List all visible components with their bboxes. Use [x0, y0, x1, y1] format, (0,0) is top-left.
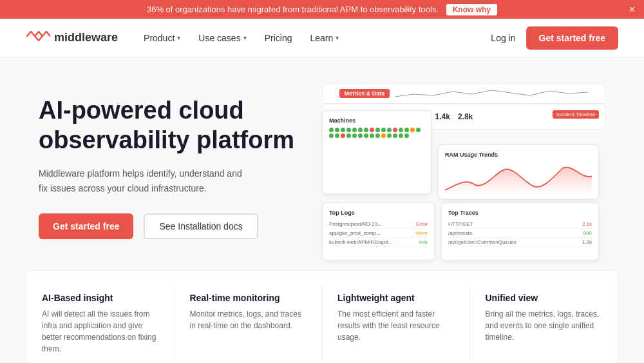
banner-close-button[interactable]: ×	[629, 4, 635, 15]
machine-dot	[346, 128, 351, 132]
features-section: AI-Based insight AI will detect all the …	[26, 270, 618, 363]
machine-dot	[387, 133, 392, 138]
hero-title: AI-powered cloud observability platform	[39, 96, 309, 155]
machine-dot	[358, 128, 363, 132]
stat-v4: 1.4k	[435, 112, 450, 121]
ram-usage-card: RAM Usage Trends	[438, 144, 599, 199]
stat-v5: 2.8k	[458, 112, 473, 121]
trace-row: /api/create980	[448, 229, 592, 238]
machine-dot	[352, 128, 357, 132]
machine-dot	[375, 128, 380, 132]
machine-dot	[381, 133, 386, 138]
machine-dot	[404, 133, 409, 138]
feature-ai-insight: AI-Based insight AI will detect all the …	[26, 286, 175, 361]
trace-row: /api/getUser/CommonQueues1.3k	[448, 238, 592, 247]
hero-description: Middleware platform helps identify, unde…	[39, 166, 245, 195]
nav-use-cases[interactable]: Use cases ▾	[198, 33, 246, 43]
machine-dot	[393, 133, 397, 138]
announcement-banner: 36% of organizations have migrated from …	[0, 0, 644, 19]
feature-title: Real-time monitoring	[190, 293, 307, 303]
login-link[interactable]: Log in	[491, 33, 515, 43]
machine-dot	[352, 133, 357, 138]
banner-cta[interactable]: Know why	[446, 4, 497, 15]
feature-unified: Unified view Bring all the metrics, logs…	[470, 286, 618, 361]
feature-title: AI-Based insight	[42, 293, 158, 303]
feature-description: AI will detect all the issues from infra…	[42, 308, 158, 355]
logo-text: middleware	[54, 31, 118, 44]
nav-cta-button[interactable]: Get started free	[526, 26, 618, 50]
hero-cta-primary[interactable]: Get started free	[39, 213, 133, 239]
feature-realtime: Real-time monitoring Monitor metrics, lo…	[175, 286, 323, 361]
metrics-bar: Metrics & Data	[322, 83, 605, 104]
machine-dot	[404, 128, 409, 132]
dashboard-preview: Metrics & Data Incident Timeline 2x 9.2k…	[322, 83, 605, 251]
machine-dot	[329, 133, 334, 138]
machine-dot	[358, 133, 363, 138]
machine-dot	[329, 128, 334, 132]
machine-dot	[381, 128, 386, 132]
chevron-down-icon: ▾	[336, 34, 339, 41]
machine-dot	[399, 133, 403, 138]
logs-card: Top Logs Postgres/prod/RD-23...Error app…	[322, 202, 435, 260]
feature-description: The most efficient and faster results wi…	[337, 308, 454, 343]
feature-title: Lightweight agent	[337, 293, 454, 303]
machine-dot	[364, 128, 368, 132]
banner-text: 36% of organizations have migrated from …	[147, 5, 439, 14]
ram-sparkline	[445, 162, 592, 194]
machine-dot	[341, 133, 345, 138]
feature-description: Bring all the metrics, logs, traces, and…	[486, 308, 603, 343]
traces-card: Top Traces HTTP.GET2.1k /api/create980 /…	[441, 202, 599, 260]
machines-title: Machines	[329, 117, 424, 124]
log-row: app/gke_prod_comp...Warn	[329, 229, 428, 238]
hero-content: AI-powered cloud observability platform …	[39, 83, 309, 239]
machine-dot	[335, 133, 339, 138]
logo[interactable]: middleware	[26, 29, 118, 47]
feature-description: Monitor metrics, logs, and traces in rea…	[190, 308, 307, 331]
feature-lightweight: Lightweight agent The most efficient and…	[322, 286, 470, 361]
hero-section: AI-powered cloud observability platform …	[0, 57, 644, 264]
machine-dot	[416, 128, 421, 132]
nav-links: Product ▾ Use cases ▾ Pricing Learn ▾	[144, 33, 491, 43]
main-nav: middleware Product ▾ Use cases ▾ Pricing…	[0, 19, 644, 57]
machine-dot	[399, 128, 403, 132]
incident-badge: Incident Timeline	[553, 110, 599, 119]
machine-dot	[364, 133, 368, 138]
log-row: Postgres/prod/RD-23...Error	[329, 220, 428, 229]
machine-dot	[375, 133, 380, 138]
chevron-down-icon: ▾	[177, 34, 180, 41]
machine-dot	[410, 128, 415, 132]
nav-product[interactable]: Product ▾	[144, 33, 180, 43]
logs-title: Top Logs	[329, 210, 428, 216]
logo-icon	[26, 29, 50, 47]
machines-card: Machines	[322, 110, 431, 194]
machine-dots	[329, 128, 424, 138]
machine-dot	[346, 133, 351, 138]
feature-title: Unified view	[486, 293, 603, 303]
machine-dot	[341, 128, 345, 132]
nav-pricing[interactable]: Pricing	[265, 33, 292, 43]
log-row: kubectl-web/APM/RD/apd...Info	[329, 238, 428, 247]
machine-dot	[370, 128, 374, 132]
machine-dot	[387, 128, 392, 132]
machine-dot	[335, 128, 339, 132]
machine-dot	[393, 128, 397, 132]
hero-cta-secondary[interactable]: See Installation docs	[144, 213, 258, 239]
nav-learn[interactable]: Learn ▾	[310, 33, 339, 43]
traces-title: Top Traces	[448, 210, 592, 216]
chevron-down-icon: ▾	[243, 34, 247, 41]
machine-dot	[370, 133, 374, 138]
ram-card-title: RAM Usage Trends	[445, 152, 592, 158]
metrics-tag: Metrics & Data	[339, 89, 390, 98]
nav-actions: Log in Get started free	[491, 26, 618, 50]
trace-row: HTTP.GET2.1k	[448, 220, 592, 229]
hero-buttons: Get started free See Installation docs	[39, 213, 309, 239]
